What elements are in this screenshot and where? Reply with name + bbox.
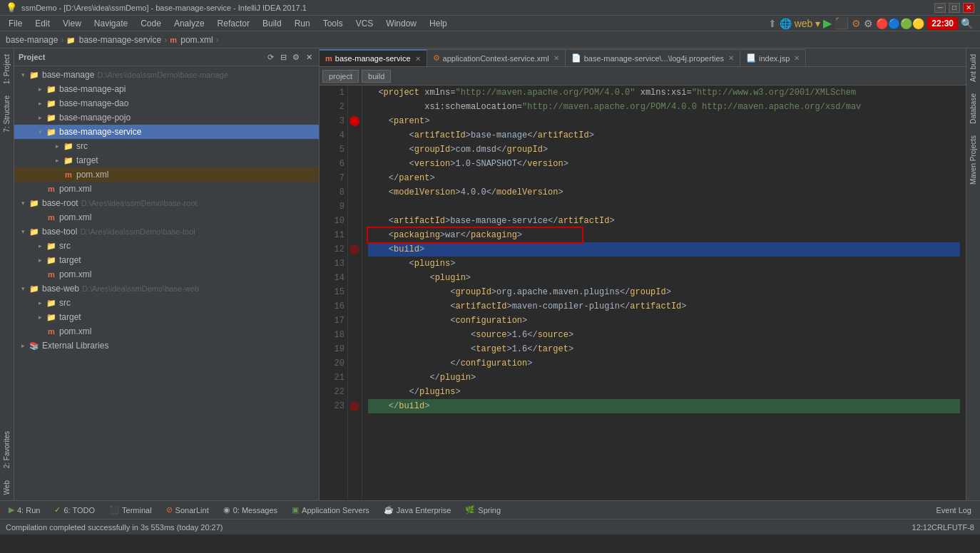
sidebar-hide-btn[interactable]: ✕ bbox=[303, 51, 315, 63]
menu-tools[interactable]: Tools bbox=[317, 17, 349, 30]
expand-arrow[interactable]: ▸ bbox=[34, 299, 46, 306]
menu-view[interactable]: View bbox=[57, 17, 87, 30]
messages-label: 0: Messages bbox=[233, 506, 277, 515]
left-tab-favorites[interactable]: 2: Favorites bbox=[1, 425, 12, 474]
build-nav-btn[interactable]: build bbox=[362, 70, 391, 83]
right-tab-maven[interactable]: Maven Projects bbox=[968, 130, 979, 190]
status-tab-spring[interactable]: 🌿 Spring bbox=[462, 505, 504, 515]
file-m-icon: m bbox=[46, 326, 57, 337]
tree-item-base-manage-api[interactable]: ▸ 📁 base-manage-api bbox=[14, 82, 319, 96]
code-line-8: <modelVersion>4.0.0</modelVersion> bbox=[368, 185, 960, 200]
expand-arrow[interactable]: ▸ bbox=[34, 86, 46, 93]
tree-item-external-libraries[interactable]: ▸ 📚 External Libraries bbox=[14, 338, 319, 353]
breadcrumb-service[interactable]: 📁 base-manage-service bbox=[66, 35, 161, 45]
menu-help[interactable]: Help bbox=[424, 17, 453, 30]
tab-close-pom-service[interactable]: ✕ bbox=[415, 55, 421, 63]
left-tab-web[interactable]: Web bbox=[1, 475, 12, 500]
close-button[interactable]: ✕ bbox=[963, 3, 974, 13]
tree-item-src-tool[interactable]: ▸ 📁 src bbox=[14, 239, 319, 253]
status-tab-eventlog[interactable]: Event Log bbox=[933, 506, 974, 515]
tree-item-pom-root[interactable]: m pom.xml bbox=[14, 210, 319, 224]
menu-file[interactable]: File bbox=[3, 17, 28, 30]
tab-pom-service[interactable]: m base-manage-service ✕ bbox=[320, 49, 427, 66]
right-tab-ant[interactable]: Ant build bbox=[968, 48, 979, 88]
tree-item-target-tool[interactable]: ▸ 📁 target bbox=[14, 253, 319, 267]
expand-arrow[interactable]: ▸ bbox=[34, 114, 46, 121]
expand-arrow[interactable]: ▾ bbox=[34, 128, 46, 135]
search-icon[interactable]: 🔍 bbox=[961, 18, 973, 29]
tree-item-base-manage[interactable]: ▾ 📁 base-manage D:\Ares\idea\ssmDemo\bas… bbox=[14, 68, 319, 82]
expand-arrow[interactable]: ▸ bbox=[51, 143, 63, 150]
tree-item-src-web[interactable]: ▸ 📁 src bbox=[14, 296, 319, 310]
tree-item-pom-tool[interactable]: m pom.xml bbox=[14, 267, 319, 281]
menu-refactor[interactable]: Refactor bbox=[212, 17, 255, 30]
tree-item-src[interactable]: ▸ 📁 src bbox=[14, 139, 319, 153]
right-tab-database[interactable]: Database bbox=[968, 88, 979, 130]
expand-arrow[interactable]: ▸ bbox=[34, 257, 46, 264]
code-area: 1 2 3 4 5 6 7 8 9 10 11 12 13 14 15 16 1… bbox=[320, 86, 966, 500]
tree-item-base-manage-dao[interactable]: ▸ 📁 base-manage-dao bbox=[14, 96, 319, 110]
menu-build[interactable]: Build bbox=[257, 17, 287, 30]
code-line-19: <target>1.6</target> bbox=[368, 342, 960, 356]
expand-arrow[interactable]: ▸ bbox=[34, 100, 46, 107]
code-content[interactable]: <project xmlns="http://maven.apache.org/… bbox=[362, 86, 966, 500]
tree-item-base-tool[interactable]: ▾ 📁 base-tool D:\Ares\idea\ssmDemo\base-… bbox=[14, 224, 319, 239]
title-text: ssmDemo - [D:\Ares\idea\ssmDemo] - base-… bbox=[21, 4, 307, 12]
expand-arrow[interactable]: ▸ bbox=[51, 157, 63, 164]
expand-arrow[interactable]: ▸ bbox=[34, 242, 46, 249]
menu-navigate[interactable]: Navigate bbox=[88, 17, 133, 30]
menu-vcs[interactable]: VCS bbox=[350, 17, 379, 30]
sidebar-gear-btn[interactable]: ⚙ bbox=[290, 51, 302, 63]
breadcrumb-manage[interactable]: base-manage bbox=[6, 35, 58, 45]
code-line-21: </plugin> bbox=[368, 371, 960, 385]
status-tab-run[interactable]: ▶ 4: Run bbox=[6, 505, 43, 515]
sidebar-collapse-btn[interactable]: ⊟ bbox=[277, 51, 289, 63]
tree-item-pom-service[interactable]: m pom.xml bbox=[14, 167, 319, 182]
sidebar-sync-btn[interactable]: ⟳ bbox=[265, 51, 276, 63]
menu-code[interactable]: Code bbox=[135, 17, 167, 30]
tab-log4j[interactable]: 📄 base-manage-service\...\log4j.properti… bbox=[566, 49, 740, 66]
tab-m-icon: m bbox=[325, 54, 332, 63]
tab-index[interactable]: 📃 index.jsp ✕ bbox=[740, 49, 806, 66]
tree-item-base-root[interactable]: ▾ 📁 base-root D:\Ares\idea\ssmDemo\base-… bbox=[14, 196, 319, 210]
editor-area: m base-manage-service ✕ ⚙ applicationCon… bbox=[320, 48, 966, 500]
status-tab-todo[interactable]: ✓ 6: TODO bbox=[51, 505, 98, 515]
left-tab-project[interactable]: 1: Project bbox=[1, 48, 12, 90]
project-nav-btn[interactable]: project bbox=[322, 70, 359, 83]
tree-item-target[interactable]: ▸ 📁 target bbox=[14, 153, 319, 167]
menu-run[interactable]: Run bbox=[289, 17, 316, 30]
status-tab-terminal[interactable]: ⬛ Terminal bbox=[106, 505, 155, 515]
tree-item-base-web[interactable]: ▾ 📁 base-web D:\Ares\idea\ssmDemo\base-w… bbox=[14, 281, 319, 296]
breadcrumb-pom[interactable]: m pom.xml bbox=[170, 35, 213, 45]
menu-analyze[interactable]: Analyze bbox=[168, 17, 210, 30]
expand-arrow[interactable]: ▸ bbox=[34, 314, 46, 321]
status-tab-appservers[interactable]: ▣ Application Servers bbox=[289, 505, 372, 515]
expand-arrow[interactable]: ▾ bbox=[17, 200, 29, 207]
status-tab-messages[interactable]: ◉ 0: Messages bbox=[220, 505, 280, 515]
tab-appcontext[interactable]: ⚙ applicationContext-service.xml ✕ bbox=[427, 49, 566, 66]
expand-arrow[interactable]: ▾ bbox=[17, 228, 29, 235]
tab-close-log4j[interactable]: ✕ bbox=[728, 54, 734, 62]
code-line-18: <source>1.6</source> bbox=[368, 328, 960, 342]
menu-edit[interactable]: Edit bbox=[29, 17, 56, 30]
menu-bar: File Edit View Navigate Code Analyze Ref… bbox=[0, 16, 980, 31]
tab-close-appcontext[interactable]: ✕ bbox=[553, 54, 559, 62]
tree-item-base-manage-service[interactable]: ▾ 📁 base-manage-service bbox=[14, 125, 319, 139]
expand-arrow[interactable]: ▸ bbox=[17, 342, 29, 349]
left-tab-structure[interactable]: 7: Structure bbox=[1, 90, 12, 138]
maximize-button[interactable]: □ bbox=[949, 3, 960, 13]
status-tab-sonar[interactable]: ⊘ SonarLint bbox=[163, 505, 212, 515]
terminal-label: Terminal bbox=[122, 506, 152, 515]
code-line-5: <groupId>com.dmsd</groupId> bbox=[368, 143, 960, 157]
expand-arrow[interactable]: ▾ bbox=[17, 71, 29, 78]
tree-item-pom-web[interactable]: m pom.xml bbox=[14, 324, 319, 338]
expand-arrow[interactable]: ▾ bbox=[17, 285, 29, 292]
menu-window[interactable]: Window bbox=[380, 17, 422, 30]
tree-item-target-web[interactable]: ▸ 📁 target bbox=[14, 310, 319, 324]
minimize-button[interactable]: ─ bbox=[934, 3, 946, 13]
tab-close-index[interactable]: ✕ bbox=[794, 54, 800, 62]
tree-item-base-manage-pojo[interactable]: ▸ 📁 base-manage-pojo bbox=[14, 110, 319, 125]
terminal-icon: ⬛ bbox=[109, 505, 119, 515]
tree-item-pom-manage[interactable]: m pom.xml bbox=[14, 182, 319, 196]
status-tab-javaee[interactable]: ☕ Java Enterprise bbox=[381, 505, 454, 515]
